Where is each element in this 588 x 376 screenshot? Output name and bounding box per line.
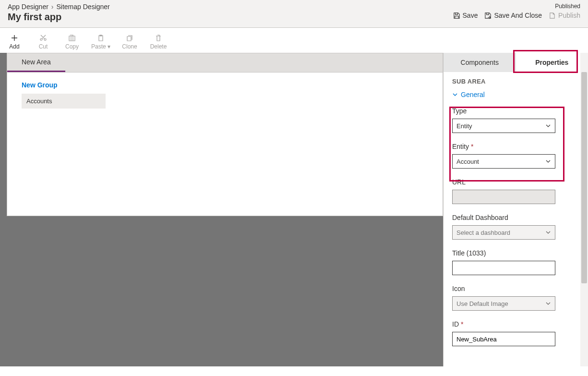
clone-icon xyxy=(126,34,133,42)
paste-icon xyxy=(97,34,105,42)
clone-label: Clone xyxy=(122,43,137,50)
url-label: URL xyxy=(452,178,579,186)
cut-label: Cut xyxy=(39,43,48,50)
title-input[interactable] xyxy=(452,261,555,275)
publish-icon xyxy=(549,12,556,19)
save-close-icon xyxy=(484,12,492,19)
title-label: Title (1033) xyxy=(452,249,579,257)
add-button[interactable]: Add xyxy=(0,32,29,52)
section-title: SUB AREA xyxy=(452,78,579,85)
publish-label: Publish xyxy=(558,12,580,19)
type-label: Type xyxy=(452,107,579,115)
canvas-area: New Area New Group Accounts xyxy=(0,53,443,366)
dashboard-placeholder: Select a dashboard xyxy=(456,229,510,236)
icon-select[interactable]: Use Default Image xyxy=(452,296,555,311)
area-tab[interactable]: New Area xyxy=(7,53,65,72)
dashboard-select[interactable]: Select a dashboard xyxy=(452,225,555,240)
add-label: Add xyxy=(9,43,19,50)
id-label: ID * xyxy=(452,320,579,328)
chevron-down-icon xyxy=(545,230,551,235)
panel-tabs: Components Properties xyxy=(444,53,588,72)
save-button[interactable]: Save xyxy=(453,12,478,19)
save-label: Save xyxy=(463,12,478,19)
general-label: General xyxy=(461,91,485,98)
breadcrumb-root[interactable]: App Designer xyxy=(8,3,48,11)
field-id: ID * xyxy=(452,320,579,346)
main-content: New Area New Group Accounts Components P… xyxy=(0,53,588,366)
paste-button: Paste ▾ xyxy=(86,32,115,52)
url-input xyxy=(452,190,555,204)
dashboard-label: Default Dashboard xyxy=(452,214,579,221)
panel-body: SUB AREA General Type Entity Entity * Ac… xyxy=(444,72,588,366)
entity-select[interactable]: Account xyxy=(452,154,555,169)
copy-button: Copy xyxy=(58,32,86,52)
clone-button: Clone xyxy=(115,32,144,52)
breadcrumb-current: Sitemap Designer xyxy=(57,3,110,11)
field-url: URL xyxy=(452,178,579,204)
scrollbar[interactable] xyxy=(580,53,588,366)
save-close-label: Save And Close xyxy=(494,12,542,19)
delete-button: Delete xyxy=(144,32,173,52)
scissors-icon xyxy=(39,34,47,42)
header-actions: Save Save And Close Publish xyxy=(453,12,580,19)
trash-icon xyxy=(155,34,162,42)
entity-label: Entity * xyxy=(452,143,579,150)
save-and-close-button[interactable]: Save And Close xyxy=(484,12,542,19)
copy-label: Copy xyxy=(65,43,79,50)
save-icon xyxy=(453,12,460,19)
icon-label: Icon xyxy=(452,285,579,292)
area-body: New Group Accounts xyxy=(7,73,443,117)
field-dashboard: Default Dashboard Select a dashboard xyxy=(452,214,579,240)
field-icon: Icon Use Default Image xyxy=(452,285,579,311)
chevron-down-icon xyxy=(452,92,458,97)
paste-label: Paste ▾ xyxy=(91,43,110,50)
copy-icon xyxy=(68,34,76,42)
field-title: Title (1033) xyxy=(452,249,579,275)
chevron-down-icon xyxy=(545,158,551,164)
publish-status: Published xyxy=(453,3,580,10)
type-value: Entity xyxy=(456,122,472,130)
toolbar: Add Cut Copy Paste ▾ Clone Delete xyxy=(0,28,588,53)
general-section-toggle[interactable]: General xyxy=(452,91,579,98)
plus-icon xyxy=(11,34,18,42)
field-type: Type Entity xyxy=(452,107,579,133)
id-input[interactable] xyxy=(452,332,555,346)
app-header: App Designer › Sitemap Designer My first… xyxy=(0,0,588,28)
subarea-item[interactable]: Accounts xyxy=(22,94,106,109)
chevron-down-icon xyxy=(545,123,551,129)
scrollbar-thumb[interactable] xyxy=(581,72,587,283)
chevron-right-icon: › xyxy=(51,3,54,11)
group-title[interactable]: New Group xyxy=(22,81,428,89)
properties-panel: Components Properties SUB AREA General T… xyxy=(443,53,588,366)
tab-properties[interactable]: Properties xyxy=(516,53,588,72)
icon-value: Use Default Image xyxy=(456,300,508,307)
type-select[interactable]: Entity xyxy=(452,119,555,133)
area-header: New Area xyxy=(7,53,443,73)
delete-label: Delete xyxy=(150,43,167,50)
entity-value: Account xyxy=(456,158,479,165)
field-entity: Entity * Account xyxy=(452,143,579,169)
id-value[interactable] xyxy=(456,332,551,346)
chevron-down-icon xyxy=(545,301,551,306)
cut-button: Cut xyxy=(29,32,58,52)
sitemap-canvas[interactable]: New Area New Group Accounts xyxy=(7,53,443,216)
title-value[interactable] xyxy=(456,261,551,275)
tab-components[interactable]: Components xyxy=(444,53,516,72)
publish-button: Publish xyxy=(549,12,580,19)
url-value xyxy=(456,190,551,204)
